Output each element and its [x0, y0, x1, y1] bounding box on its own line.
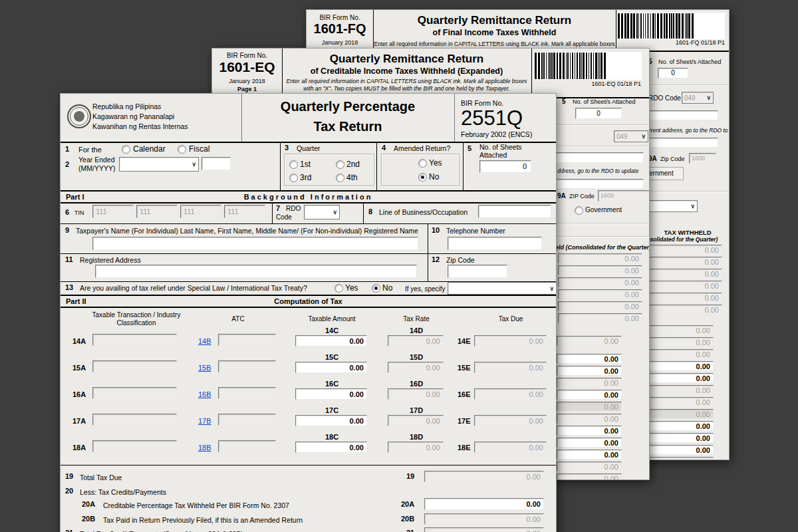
taxable-amount-input[interactable]: 0.00 — [295, 362, 367, 373]
eq-total-field[interactable]: 0.00 — [557, 438, 622, 448]
eq-sheets-input[interactable]: 0 — [575, 108, 622, 119]
fq-zip-label: Zip Code — [660, 156, 685, 162]
amended-no-radio[interactable] — [418, 173, 427, 182]
chevron-down-icon: ∨ — [332, 209, 337, 215]
eq-total-field[interactable]: 0.00 — [557, 366, 622, 376]
quarter-3rd-radio[interactable] — [289, 174, 298, 182]
part2-title: Computation of Tax — [61, 297, 556, 305]
calendar-label: Calendar — [133, 144, 166, 154]
quarter-4th-radio[interactable] — [336, 174, 344, 182]
table-col1-line2: Classification — [79, 319, 194, 327]
eq-withheld-header: eld (Consolidated for the Quarter) — [555, 244, 650, 251]
col-label-d: 15D — [388, 353, 445, 361]
quarter-2nd-radio[interactable] — [336, 160, 344, 169]
divider — [548, 124, 649, 126]
row-label-a: 14A — [72, 337, 86, 345]
row-label-e: 14E — [458, 337, 471, 345]
eq-total-field[interactable]: 0.00 — [557, 354, 622, 364]
tax-rate-field: 0.00 — [388, 388, 444, 400]
fq-withheld-field: 0.00 — [648, 305, 722, 315]
sheets-attached-input[interactable]: 0 — [479, 160, 531, 173]
q-items-11-12: 11 Registered Address 12 Zip Code — [61, 253, 556, 282]
tax-relief-yes-radio[interactable] — [334, 284, 343, 293]
table-col4: Tax Rate — [388, 315, 445, 323]
fq-total-field[interactable]: 0.00 — [648, 433, 714, 443]
atc-link[interactable]: 17B — [198, 417, 211, 425]
tin-box-2[interactable]: 111 — [136, 205, 178, 218]
fq-total-field[interactable]: 0.00 — [648, 421, 714, 431]
amended-no-label: No — [429, 172, 439, 182]
tax-relief-specify-select[interactable]: ∨ — [448, 282, 557, 295]
zip-code-input[interactable] — [448, 265, 507, 278]
line-of-business-input[interactable] — [478, 205, 551, 218]
fiscal-radio[interactable] — [178, 145, 186, 154]
eq-total-field[interactable]: 0.00 — [557, 450, 622, 460]
fq-total-field[interactable]: 0.00 — [648, 373, 714, 383]
tin-box-4[interactable]: 111 — [224, 205, 265, 218]
atc-link[interactable]: 18B — [198, 444, 211, 452]
tax-relief-no-radio[interactable] — [372, 284, 380, 293]
classification-field — [92, 334, 177, 346]
item13-no: 13 — [65, 283, 73, 291]
year-input[interactable] — [201, 157, 231, 170]
quarter-1st-radio[interactable] — [289, 160, 298, 169]
fq-rdo-select[interactable]: 049∨ — [682, 92, 714, 104]
divider — [428, 224, 428, 253]
window-form-2551q: Republika ng Pilipinas Kagawaran ng Pana… — [60, 93, 557, 532]
telephone-input[interactable] — [448, 237, 542, 250]
fq-subtitle: of Final Income Taxes Withheld — [373, 28, 616, 37]
row-label-e: 16E — [458, 390, 471, 398]
chevron-down-icon: ∨ — [706, 94, 711, 101]
item20a-no: 20A — [82, 500, 95, 508]
tax-due-field: 0.00 — [474, 362, 547, 373]
eq-instructions-1: Enter all required information in CAPITA… — [282, 78, 531, 84]
atc-field — [218, 360, 276, 372]
item10-no: 10 — [432, 226, 440, 234]
atc-link[interactable]: 15B — [198, 364, 211, 372]
taxpayer-name-input[interactable] — [92, 237, 418, 250]
tin-box-3[interactable]: 111 — [180, 205, 221, 218]
eq-total-field[interactable]: 0.00 — [557, 390, 622, 400]
q-items-9-10: 9 Taxpayer's Name (For Individual) Last … — [61, 224, 556, 254]
table-col5: Tax Due — [474, 315, 547, 323]
table-col1-line1: Taxable Transaction / Industry — [79, 311, 194, 319]
taxable-amount-input[interactable]: 0.00 — [295, 442, 367, 453]
item21-ref: 21 — [406, 529, 414, 532]
fq-sheets-input[interactable]: 0 — [658, 68, 688, 78]
classification-field — [92, 440, 177, 452]
registered-address-input[interactable] — [95, 265, 417, 278]
atc-link[interactable]: 14B — [198, 337, 211, 345]
eq-withheld-field: 0.00 — [558, 301, 642, 311]
atc-link[interactable]: 16B — [198, 390, 211, 398]
tax-due-field: 0.00 — [474, 388, 547, 400]
eq-barcode — [534, 52, 642, 80]
row-label-a: 17A — [72, 417, 86, 425]
rdo-code-select[interactable]: ∨ — [304, 205, 340, 219]
year-ended-select[interactable]: ∨ — [119, 157, 199, 172]
eq-rdo-select[interactable]: 049∨ — [614, 130, 648, 142]
tax-rows: 14A14B14C0.0014D0.0014E0.0015A15B15C0.00… — [61, 327, 556, 460]
row-label-a: 15A — [72, 364, 86, 372]
col-label-c: 18C — [295, 433, 368, 441]
fq-total-field[interactable]: 0.00 — [648, 445, 714, 455]
row-label-e: 15E — [458, 364, 471, 372]
taxable-amount-input[interactable]: 0.00 — [295, 335, 367, 346]
divider — [428, 253, 428, 281]
eq-government-radio[interactable] — [575, 206, 583, 215]
tin-box-1[interactable]: 111 — [92, 205, 134, 218]
eq-withheld-field: 0.00 — [558, 253, 642, 263]
fq-total-field[interactable]: 0.00 — [648, 361, 714, 371]
eq-withheld-field: 0.00 — [558, 313, 642, 323]
eq-total-field[interactable]: 0.00 — [557, 426, 622, 436]
divider — [548, 223, 649, 224]
row-label-e: 18E — [458, 444, 471, 452]
amended-yes-radio[interactable] — [418, 159, 427, 168]
taxable-amount-input[interactable]: 0.00 — [295, 415, 367, 426]
fq-rdo-label: RDO Code — [648, 94, 681, 102]
taxable-amount-input[interactable]: 0.00 — [295, 388, 367, 400]
atc-field — [218, 387, 276, 399]
eq-withheld-column: 0.000.000.000.000.000.00 — [558, 253, 642, 325]
calendar-radio[interactable] — [122, 145, 130, 154]
creditable-tax-input[interactable]: 0.00 — [424, 498, 544, 510]
total-tax-due-field: 0.00 — [424, 471, 544, 482]
